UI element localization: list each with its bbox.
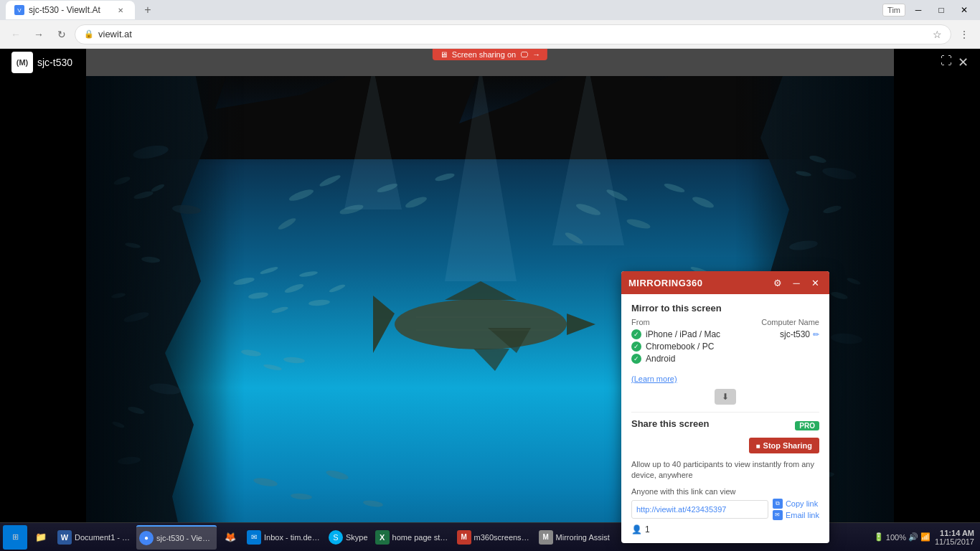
taskbar: ⊞ 📁 W Document1 - Word ● sjc-t530 - View… [0,522,980,551]
viewit-title-text: sjc-t530 [37,57,72,68]
mirror-section-title: Mirror to this screen [631,303,819,314]
taskbar-chrome-viewit[interactable]: ● sjc-t530 - ViewIt.A... [136,525,217,550]
check-icon-0: ✓ [631,329,641,339]
system-clock[interactable]: 11:14 AM 11/15/2017 [935,529,974,546]
tray-volume-icon: 🔊 [908,532,918,542]
tray-icons: 🔋 100% 🔊 📶 [874,532,930,542]
viewers-row: 👤 1 [631,524,819,534]
copy-link-button[interactable]: ⧉ Copy link [773,499,819,509]
share-link-input[interactable] [631,500,768,519]
taskbar-file-explorer[interactable]: 📁 [29,525,53,550]
taskbar-excel[interactable]: X home page stats f... [372,525,453,550]
mirroring-dialog: MIRRORING360 ⚙ ─ ✕ Mirror to this screen… [621,271,829,543]
svg-point-65 [395,299,567,349]
content-area: (M) sjc-t530 ⛶ ✕ 🖥 Screen sharing on 🖵 →… [0,49,980,551]
url-text: viewit.at [98,29,928,39]
link-label: Anyone with this link can view [631,487,819,496]
screen-sharing-forward[interactable]: → [532,50,540,59]
word-icon: W [57,530,72,545]
stop-sharing-button[interactable]: ■ Stop Sharing [749,438,820,453]
computer-name-row: sjc-t530 ✏ [725,329,819,339]
screen-sharing-icon2: 🖵 [520,50,528,59]
secure-icon: 🔒 [84,29,94,39]
from-item-label-0: iPhone / iPad / Mac [646,329,720,339]
taskbar-m360[interactable]: M m360screensharin... [454,525,534,550]
from-label: From [631,318,725,326]
pro-badge: PRO [795,421,819,430]
user-button[interactable]: Tim [882,4,905,17]
logo-symbol: (M) [17,58,29,67]
taskbar-mirroring-assist[interactable]: M Mirroring Assist [536,525,613,550]
edit-computer-name-button[interactable]: ✏ [813,330,819,339]
outlook-icon: ✉ [247,530,261,545]
dialog-settings-button[interactable]: ⚙ [771,276,785,290]
tab-close-button[interactable]: ✕ [115,4,126,16]
link-row: ⧉ Copy link ✉ Email link [631,499,819,520]
minimize-button[interactable]: ─ [908,3,928,17]
share-section-title: Share this screen [631,418,709,429]
title-bar: V sjc-t530 - ViewIt.At ✕ + Tim ─ □ ✕ [0,0,980,20]
excel-icon: X [375,530,390,545]
taskbar-viewit-label: sjc-t530 - ViewIt.A... [156,534,214,542]
dialog-minimize-button[interactable]: ─ [789,276,804,290]
close-button[interactable]: ✕ [954,3,974,17]
email-link-label: Email link [786,511,819,519]
taskbar-m360-label: m360screensharin... [474,533,532,542]
firefox-icon: 🦊 [223,530,237,545]
screen-sharing-text: Screen sharing on [452,50,516,59]
screen-sharing-icon: 🖥 [440,50,448,59]
viewer-count: 1 [645,524,650,534]
active-tab[interactable]: V sjc-t530 - ViewIt.At ✕ [6,1,135,19]
taskbar-mirroring-assist-label: Mirroring Assist [556,533,610,542]
email-link-button[interactable]: ✉ Email link [773,510,819,520]
system-tray-area: 🔋 100% 🔊 📶 11:14 AM 11/15/2017 [874,529,977,546]
from-item-1: ✓ Chromebook / PC [631,342,725,352]
taskbar-firefox[interactable]: 🦊 [218,525,242,550]
email-icon: ✉ [773,510,783,520]
taskbar-word[interactable]: W Document1 - Word [55,525,135,550]
share-section: Share this screen PRO ■ Stop Sharing All… [631,418,819,534]
viewit-header-right: ⛶ ✕ [941,55,969,70]
viewit-logo-icon: (M) [11,52,33,73]
skype-icon: S [329,530,343,545]
computer-name-value: sjc-t530 [780,329,810,339]
video-area [0,76,980,551]
reload-button[interactable]: ↻ [52,24,72,44]
from-column: From ✓ iPhone / iPad / Mac ✓ Chromebook … [631,318,725,366]
m360-icon: M [457,530,471,545]
dialog-close-button[interactable]: ✕ [808,276,822,290]
address-bar[interactable]: 🔒 viewit.at ☆ [75,24,951,44]
start-button[interactable]: ⊞ [3,525,27,550]
taskbar-excel-label: home page stats f... [392,533,450,542]
viewer-person-icon: 👤 [631,524,642,534]
taskbar-skype[interactable]: S Skype [326,525,371,550]
copy-link-label: Copy link [786,499,818,508]
fullscreen-button[interactable]: ⛶ [941,55,952,70]
mirror-from-row: From ✓ iPhone / iPad / Mac ✓ Chromebook … [631,318,819,366]
forward-button[interactable]: → [29,24,49,44]
check-icon-2: ✓ [631,354,641,364]
learn-more-link[interactable]: (Learn more) [631,375,677,383]
chrome-menu-button[interactable]: ⋮ [954,24,974,44]
download-button[interactable]: ⬇ [715,389,736,405]
browser-frame: V sjc-t530 - ViewIt.At ✕ + Tim ─ □ ✕ ← →… [0,0,980,551]
taskbar-outlook[interactable]: ✉ Inbox - tim.delchi... [244,525,324,550]
viewit-logo: (M) sjc-t530 [11,52,72,73]
tray-percent: 100% [886,533,906,542]
start-icon: ⊞ [12,532,19,542]
maximize-button[interactable]: □ [931,3,951,17]
check-icon-1: ✓ [631,342,641,352]
new-tab-button[interactable]: + [139,1,156,19]
back-button[interactable]: ← [6,24,26,44]
download-bar: ⬇ [631,389,819,405]
browser-toolbar: ← → ↻ 🔒 viewit.at ☆ ⋮ [0,20,980,49]
copy-icon: ⧉ [773,499,783,509]
link-actions: ⧉ Copy link ✉ Email link [773,499,819,520]
file-explorer-icon: 📁 [34,530,48,545]
mirroring-assist-icon: M [539,530,553,545]
bookmark-button[interactable]: ☆ [933,29,942,40]
share-header: Share this screen PRO [631,418,819,433]
divider [631,412,819,413]
taskbar-outlook-label: Inbox - tim.delchi... [264,533,321,542]
header-close-button[interactable]: ✕ [958,55,969,70]
